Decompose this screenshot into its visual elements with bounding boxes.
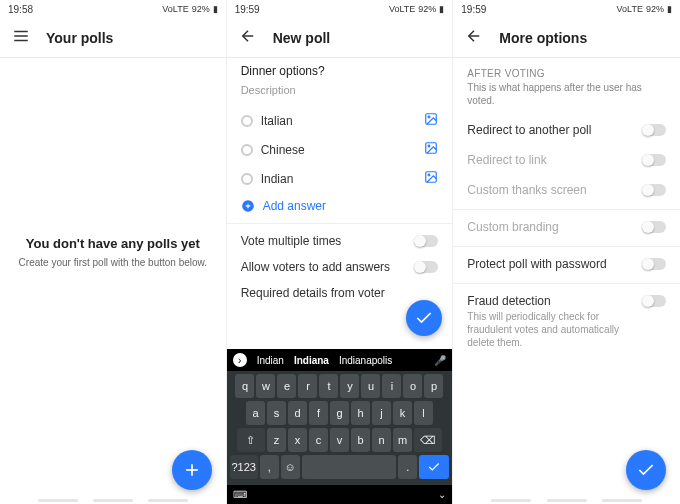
- key-m[interactable]: m: [393, 428, 412, 452]
- suggestion[interactable]: Indianapolis: [339, 355, 392, 366]
- toggle[interactable]: [642, 221, 666, 233]
- confirm-fab[interactable]: [626, 450, 666, 490]
- suggestion-bar: › Indian Indiana Indianapolis 🎤: [227, 349, 453, 371]
- radio-icon: [241, 173, 253, 185]
- key-w[interactable]: w: [256, 374, 275, 398]
- key-period[interactable]: .: [398, 455, 417, 479]
- suggestion[interactable]: Indian: [257, 355, 284, 366]
- key-p[interactable]: p: [424, 374, 443, 398]
- toggle[interactable]: [642, 295, 666, 307]
- key-t[interactable]: t: [319, 374, 338, 398]
- toggle[interactable]: [642, 258, 666, 270]
- image-icon[interactable]: [424, 141, 438, 158]
- key-space[interactable]: [302, 455, 397, 479]
- key-c[interactable]: c: [309, 428, 328, 452]
- empty-state: You don't have any polls yet Create your…: [11, 236, 214, 268]
- toggle[interactable]: [642, 124, 666, 136]
- key-symbols[interactable]: ?123: [230, 455, 258, 479]
- svg-point-7: [428, 116, 430, 118]
- key-u[interactable]: u: [361, 374, 380, 398]
- clock: 19:59: [461, 4, 486, 15]
- key-r[interactable]: r: [298, 374, 317, 398]
- option-thanks-screen[interactable]: Custom thanks screen: [453, 175, 680, 205]
- status-bar: 19:58 VoLTE92%▮: [0, 0, 226, 18]
- option-redirect-poll[interactable]: Redirect to another poll: [453, 115, 680, 145]
- description-input[interactable]: Description: [227, 84, 453, 106]
- key-f[interactable]: f: [309, 401, 328, 425]
- key-comma[interactable]: ,: [260, 455, 279, 479]
- keyboard-switch-icon[interactable]: ⌨: [233, 489, 247, 500]
- battery: 92%: [192, 4, 210, 14]
- key-b[interactable]: b: [351, 428, 370, 452]
- toggle[interactable]: [414, 235, 438, 247]
- app-bar: Your polls: [0, 18, 226, 58]
- key-i[interactable]: i: [382, 374, 401, 398]
- page-title: More options: [499, 30, 587, 46]
- option-fraud-detection[interactable]: Fraud detection This will periodically c…: [453, 283, 680, 357]
- option-label: Indian: [261, 172, 294, 186]
- page-title: Your polls: [46, 30, 113, 46]
- image-icon[interactable]: [424, 170, 438, 187]
- keyboard-bottom-bar: ⌨ ⌄: [227, 485, 453, 504]
- key-l[interactable]: l: [414, 401, 433, 425]
- toggle[interactable]: [414, 261, 438, 273]
- key-o[interactable]: o: [403, 374, 422, 398]
- key-backspace[interactable]: ⌫: [414, 428, 442, 452]
- back-icon[interactable]: [465, 27, 483, 49]
- key-shift[interactable]: ⇧: [237, 428, 265, 452]
- screen-more-options: 19:59 VoLTE92%▮ More options AFTER VOTIN…: [453, 0, 680, 504]
- key-z[interactable]: z: [267, 428, 286, 452]
- back-icon[interactable]: [239, 27, 257, 49]
- hamburger-icon[interactable]: [12, 27, 30, 49]
- key-e[interactable]: e: [277, 374, 296, 398]
- key-k[interactable]: k: [393, 401, 412, 425]
- create-poll-fab[interactable]: [172, 450, 212, 490]
- poll-option[interactable]: Chinese: [227, 135, 453, 164]
- app-bar: More options: [453, 18, 680, 58]
- app-bar: New poll: [227, 18, 453, 58]
- radio-icon: [241, 115, 253, 127]
- key-g[interactable]: g: [330, 401, 349, 425]
- option-label: Chinese: [261, 143, 305, 157]
- key-a[interactable]: a: [246, 401, 265, 425]
- setting-vote-multiple[interactable]: Vote multiple times: [227, 223, 453, 254]
- android-navbar: [453, 499, 680, 502]
- screen-your-polls: 19:58 VoLTE92%▮ Your polls You don't hav…: [0, 0, 227, 504]
- key-d[interactable]: d: [288, 401, 307, 425]
- option-password[interactable]: Protect poll with password: [453, 246, 680, 279]
- option-branding[interactable]: Custom branding: [453, 209, 680, 242]
- poll-option[interactable]: Italian: [227, 106, 453, 135]
- save-poll-fab[interactable]: [406, 300, 442, 336]
- screen-new-poll: 19:59 VoLTE92%▮ New poll Dinner options?…: [227, 0, 454, 504]
- clock: 19:58: [8, 4, 33, 15]
- expand-suggestions-icon[interactable]: ›: [233, 353, 247, 367]
- key-emoji[interactable]: ☺: [281, 455, 300, 479]
- key-s[interactable]: s: [267, 401, 286, 425]
- mic-icon[interactable]: 🎤: [434, 355, 446, 366]
- key-x[interactable]: x: [288, 428, 307, 452]
- key-v[interactable]: v: [330, 428, 349, 452]
- key-y[interactable]: y: [340, 374, 359, 398]
- question-input[interactable]: Dinner options?: [227, 58, 453, 84]
- image-icon[interactable]: [424, 112, 438, 129]
- toggle[interactable]: [642, 184, 666, 196]
- key-enter[interactable]: [419, 455, 449, 479]
- page-title: New poll: [273, 30, 331, 46]
- soft-keyboard[interactable]: › Indian Indiana Indianapolis 🎤 qwertyui…: [227, 349, 453, 504]
- option-redirect-link[interactable]: Redirect to link: [453, 145, 680, 175]
- key-q[interactable]: q: [235, 374, 254, 398]
- toggle[interactable]: [642, 154, 666, 166]
- section-description: This is what happens after the user has …: [453, 81, 680, 115]
- svg-point-9: [428, 145, 430, 147]
- key-h[interactable]: h: [351, 401, 370, 425]
- collapse-keyboard-icon[interactable]: ⌄: [438, 489, 446, 500]
- key-n[interactable]: n: [372, 428, 391, 452]
- key-j[interactable]: j: [372, 401, 391, 425]
- status-bar: 19:59 VoLTE92%▮: [453, 0, 680, 18]
- add-answer-button[interactable]: Add answer: [227, 193, 453, 219]
- setting-allow-add[interactable]: Allow voters to add answers: [227, 254, 453, 280]
- status-bar: 19:59 VoLTE92%▮: [227, 0, 453, 18]
- suggestion[interactable]: Indiana: [294, 355, 329, 366]
- svg-point-11: [428, 174, 430, 176]
- poll-option[interactable]: Indian: [227, 164, 453, 193]
